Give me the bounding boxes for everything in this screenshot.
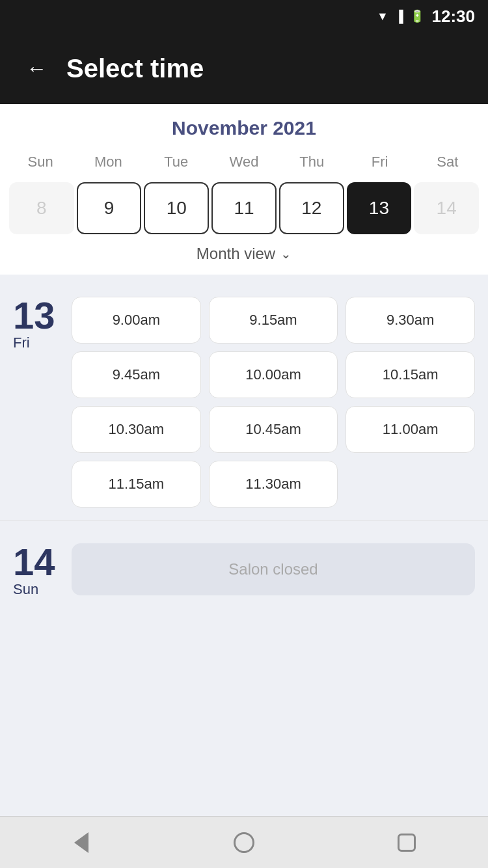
month-view-label: Month view — [197, 245, 275, 263]
date-12[interactable]: 12 — [279, 182, 344, 234]
day-13-header: 13 Fri — [13, 297, 65, 508]
status-icons: ▼ ▐ 🔋 — [377, 9, 424, 23]
day-14-body: 14 Sun Salon closed — [13, 543, 475, 598]
slot-1130am[interactable]: 11.30am — [209, 461, 338, 508]
date-8[interactable]: 8 — [9, 182, 74, 234]
day-14-header: 14 Sun — [13, 543, 65, 598]
back-button[interactable]: ← — [20, 50, 53, 87]
weekday-header: Sun Mon Tue Wed Thu Fri Sat — [7, 150, 481, 174]
day-13-number: 13 — [13, 297, 55, 334]
slot-945am[interactable]: 9.45am — [72, 351, 201, 398]
chevron-down-icon: ⌄ — [280, 246, 291, 262]
slot-1115am[interactable]: 11.15am — [72, 461, 201, 508]
header: ← Select time — [0, 33, 488, 104]
recents-square-icon — [398, 834, 416, 852]
slot-930am[interactable]: 9.30am — [346, 297, 475, 344]
day-14-name: Sun — [13, 581, 38, 598]
day-13-slots-grid: 9.00am 9.15am 9.30am 9.45am 10.00am 10.1… — [72, 297, 475, 508]
date-9[interactable]: 9 — [77, 182, 142, 234]
slot-1045am[interactable]: 10.45am — [209, 406, 338, 453]
signal-icon: ▐ — [395, 10, 403, 23]
day-14-number: 14 — [13, 543, 55, 581]
back-triangle-icon — [74, 832, 88, 853]
date-11[interactable]: 11 — [211, 182, 277, 234]
month-year-label: November 2021 — [7, 117, 481, 139]
day-14-section: 14 Sun Salon closed — [0, 521, 488, 611]
day-13-section: 13 Fri 9.00am 9.15am 9.30am 9.45am 10.00… — [0, 275, 488, 521]
nav-back-button[interactable] — [65, 826, 98, 859]
weekday-sun: Sun — [7, 150, 74, 174]
home-circle-icon — [234, 832, 254, 853]
nav-recents-button[interactable] — [390, 826, 423, 859]
salon-closed-label: Salon closed — [72, 543, 475, 595]
slot-1015am[interactable]: 10.15am — [346, 351, 475, 398]
weekday-wed: Wed — [210, 150, 278, 174]
weekday-thu: Thu — [278, 150, 346, 174]
date-10[interactable]: 10 — [144, 182, 209, 234]
weekday-sat: Sat — [414, 150, 481, 174]
month-view-toggle[interactable]: Month view ⌄ — [7, 237, 481, 268]
nav-home-button[interactable] — [228, 826, 260, 859]
weekday-tue: Tue — [142, 150, 210, 174]
slot-900am[interactable]: 9.00am — [72, 297, 201, 344]
day-13-name: Fri — [13, 334, 30, 351]
slot-1030am[interactable]: 10.30am — [72, 406, 201, 453]
slot-1000am[interactable]: 10.00am — [209, 351, 338, 398]
date-14[interactable]: 14 — [414, 182, 479, 234]
wifi-icon: ▼ — [377, 10, 388, 23]
status-time: 12:30 — [432, 7, 476, 27]
slot-915am[interactable]: 9.15am — [209, 297, 338, 344]
weekday-fri: Fri — [346, 150, 413, 174]
day-13-body: 13 Fri 9.00am 9.15am 9.30am 9.45am 10.00… — [13, 297, 475, 508]
calendar-section: November 2021 Sun Mon Tue Wed Thu Fri Sa… — [0, 104, 488, 275]
weekday-mon: Mon — [74, 150, 142, 174]
date-row: 8 9 10 11 12 13 14 — [7, 180, 481, 237]
bottom-nav — [0, 816, 488, 868]
page-title: Select time — [66, 54, 204, 83]
slots-section: 13 Fri 9.00am 9.15am 9.30am 9.45am 10.00… — [0, 275, 488, 816]
slot-1100am[interactable]: 11.00am — [346, 406, 475, 453]
battery-icon: 🔋 — [410, 9, 424, 23]
date-13[interactable]: 13 — [347, 182, 412, 234]
status-bar: ▼ ▐ 🔋 12:30 — [0, 0, 488, 33]
